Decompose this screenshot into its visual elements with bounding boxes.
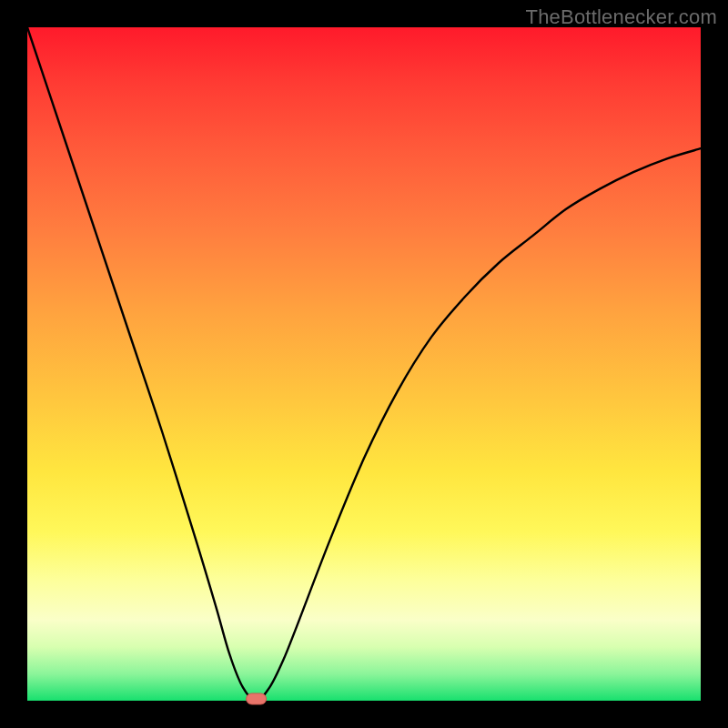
curve-layer	[27, 27, 701, 701]
plot-area	[27, 27, 701, 701]
chart-frame: TheBottlenecker.com	[0, 0, 728, 728]
optimum-marker	[247, 693, 267, 704]
bottleneck-curve	[27, 27, 701, 701]
watermark-text: TheBottlenecker.com	[526, 5, 717, 29]
